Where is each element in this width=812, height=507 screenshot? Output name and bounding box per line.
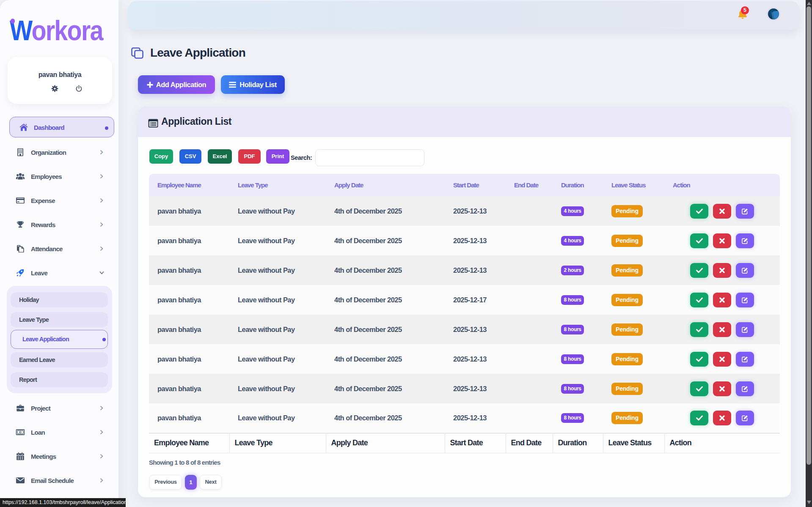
svg-text:$: $ xyxy=(19,431,21,433)
